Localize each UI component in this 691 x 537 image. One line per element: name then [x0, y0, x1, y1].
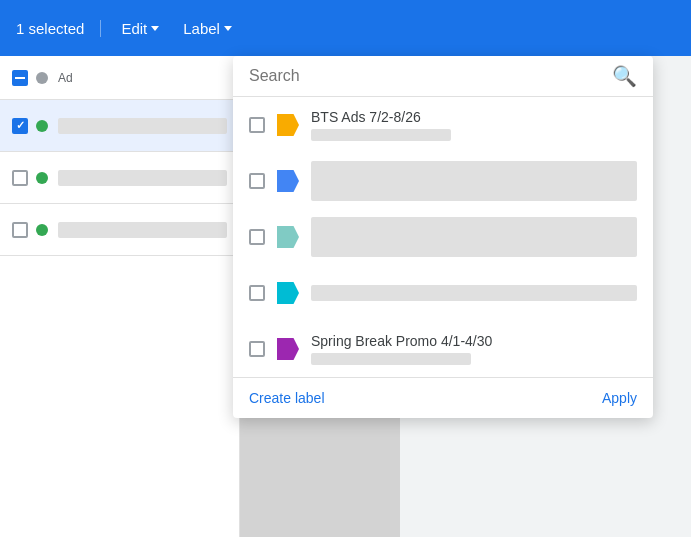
create-label-button[interactable]: Create label [249, 390, 325, 406]
label-color-tag-3 [277, 226, 299, 248]
row-checkbox-3[interactable] [12, 222, 28, 238]
list-item[interactable]: BTS Ads 7/2-8/26 [233, 97, 653, 153]
selected-count: 1 selected [16, 20, 101, 37]
edit-chevron-icon [151, 26, 159, 31]
label-checkbox-4[interactable] [249, 285, 265, 301]
label-color-tag-2 [277, 170, 299, 192]
label-name-1: BTS Ads 7/2-8/26 [311, 109, 637, 125]
label-button[interactable]: Label [171, 14, 244, 43]
main-area: Ad 🔍 [0, 56, 691, 537]
apply-button[interactable]: Apply [602, 390, 637, 406]
label-text-1: BTS Ads 7/2-8/26 [311, 109, 637, 141]
label-sub-5 [311, 353, 471, 365]
row-checkbox-1[interactable] [12, 118, 28, 134]
status-dot-3 [36, 224, 48, 236]
label-color-tag-5 [277, 338, 299, 360]
table-header: Ad [0, 56, 239, 100]
row-content-2 [58, 170, 227, 186]
select-all-checkbox[interactable] [12, 70, 28, 86]
label-name-5: Spring Break Promo 4/1-4/30 [311, 333, 637, 349]
label-list: BTS Ads 7/2-8/26 [233, 97, 653, 377]
ad-column-header: Ad [58, 71, 73, 85]
label-color-tag-4 [277, 282, 299, 304]
row-checkbox-2[interactable] [12, 170, 28, 186]
label-dropdown: 🔍 BTS Ads 7/2-8/26 [233, 56, 653, 418]
edit-label: Edit [121, 20, 147, 37]
row-content-1 [58, 118, 227, 134]
label-gray-2 [311, 161, 637, 201]
row-content-3 [58, 222, 227, 238]
dropdown-footer: Create label Apply [233, 377, 653, 418]
table-row[interactable] [0, 152, 239, 204]
list-item[interactable] [233, 209, 653, 265]
label-checkbox-2[interactable] [249, 173, 265, 189]
label-checkbox-5[interactable] [249, 341, 265, 357]
search-icon: 🔍 [612, 64, 637, 88]
toolbar: 1 selected Edit Label [0, 0, 691, 56]
label-checkbox-3[interactable] [249, 229, 265, 245]
label-gray-4 [311, 285, 637, 301]
list-item[interactable]: Spring Break Promo 4/1-4/30 [233, 321, 653, 377]
search-box: 🔍 [233, 56, 653, 97]
label-sub-1 [311, 129, 451, 141]
label-label: Label [183, 20, 220, 37]
list-item[interactable] [233, 153, 653, 209]
label-color-tag-1 [277, 114, 299, 136]
list-item[interactable] [233, 265, 653, 321]
table-row[interactable] [0, 204, 239, 256]
search-input[interactable] [249, 67, 612, 85]
status-indicator-header [36, 72, 48, 84]
edit-button[interactable]: Edit [109, 14, 171, 43]
label-chevron-icon [224, 26, 232, 31]
table-area: Ad [0, 56, 240, 537]
table-row[interactable] [0, 100, 239, 152]
status-dot-1 [36, 120, 48, 132]
status-dot-2 [36, 172, 48, 184]
label-checkbox-1[interactable] [249, 117, 265, 133]
label-text-5: Spring Break Promo 4/1-4/30 [311, 333, 637, 365]
label-gray-3 [311, 217, 637, 257]
